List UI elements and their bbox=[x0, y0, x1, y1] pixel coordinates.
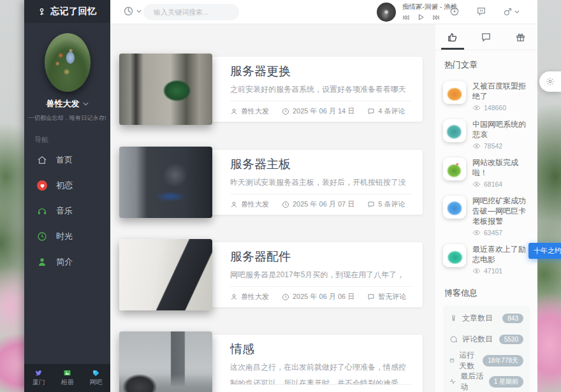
footer-item-xiamen[interactable]: 厦门 bbox=[24, 364, 53, 392]
sidebar-item-first-love[interactable]: 初恋 bbox=[24, 173, 110, 198]
hot-article[interactable]: 网站改版完成啦！ 68164 bbox=[435, 154, 537, 192]
post-card: 服务器主板 昨天测试安装服务器主板，装好后，开机按钮按了没反应，测试电源线和排插… bbox=[119, 147, 423, 218]
count-badge: 18年778天 bbox=[483, 355, 523, 367]
info-row-activity: 最后活动 1 星期前 bbox=[449, 371, 523, 392]
post-thumbnail[interactable] bbox=[119, 239, 212, 310]
user-icon bbox=[230, 293, 238, 301]
count-badge: 1 星期前 bbox=[489, 376, 523, 388]
info-row-days: 运行天数 18年778天 bbox=[449, 350, 523, 371]
post-card: 服务器更换 之前安装好的服务器系统，设置好各项准备看看哪天半夜人少的时候，再替换… bbox=[119, 54, 423, 125]
settings-fab[interactable] bbox=[539, 71, 561, 92]
tab-gifts[interactable] bbox=[504, 24, 537, 50]
music-player: 痴情冢-洞箫 - 渔樵 bbox=[377, 3, 457, 22]
blog-info-title: 博客信息 bbox=[444, 287, 528, 299]
post-excerpt: 这次南昌之行，在出发前就做好了心理准备，情感控制的也还可以，所以在离开时，并不会… bbox=[230, 359, 411, 384]
left-sidebar: 忘记了回忆 兽性大发 一切都会忘却，唯有日记永存! 导航 首页 初恋 音乐 bbox=[24, 0, 110, 392]
previous-track-button[interactable] bbox=[402, 14, 409, 20]
post-thumbnail[interactable] bbox=[119, 147, 212, 218]
pie-clock-icon bbox=[123, 6, 134, 17]
post-title[interactable]: 情感 bbox=[230, 341, 411, 358]
gender-menu[interactable] bbox=[503, 7, 520, 17]
activity-icon bbox=[449, 377, 456, 386]
chat-icon[interactable] bbox=[476, 6, 486, 17]
main-content: 服务器更换 之前安装好的服务器系统，设置好各项准备看看哪天半夜人少的时候，再替换… bbox=[110, 24, 537, 392]
post-date: 2025 年 06 月 07 日 bbox=[282, 200, 354, 209]
hot-articles-list: 又被百度联盟拒绝了 148660 中国网吧系统的悲哀 78542 bbox=[435, 77, 537, 279]
sidebar-item-about[interactable]: 简介 bbox=[24, 249, 110, 275]
post-title[interactable]: 服务器配件 bbox=[230, 249, 411, 265]
sidebar-item-time[interactable]: 时光 bbox=[24, 224, 110, 249]
hot-articles-title: 热门文章 bbox=[444, 59, 528, 71]
article-avatar-whale bbox=[443, 119, 466, 142]
hot-article[interactable]: 又被百度联盟拒绝了 148660 bbox=[435, 77, 537, 115]
article-avatar-dino-blue bbox=[443, 196, 466, 219]
comment-icon bbox=[481, 32, 492, 43]
count-badge: 5530 bbox=[499, 335, 523, 344]
thumb-up-icon bbox=[447, 32, 458, 43]
profile-tagline: 一切都会忘却，唯有日记永存! bbox=[27, 114, 106, 122]
post-card: 情感 这次南昌之行，在出发前就做好了心理准备，情感控制的也还可以，所以在离开时，… bbox=[119, 331, 423, 392]
view-count: 63457 bbox=[472, 229, 530, 236]
comment-icon bbox=[449, 335, 458, 344]
info-row-comments: 评论数目 5530 bbox=[449, 329, 523, 350]
post-comments[interactable]: 暂无评论 bbox=[367, 292, 406, 301]
post-meta: 兽性大发 2025 年 06 月 14 日 4 条评论 bbox=[230, 101, 411, 122]
post-comments[interactable]: 4 条评论 bbox=[367, 106, 405, 116]
sidebar-footer: 厦门 相册 网吧 bbox=[24, 364, 110, 392]
article-avatar-tiger bbox=[443, 81, 466, 104]
hot-article[interactable]: 网吧挖矿案成功告破—网吧巨卡老板报警 63457 bbox=[435, 192, 537, 240]
post-comments[interactable]: 5 条评论 bbox=[367, 200, 405, 209]
gift-icon bbox=[515, 32, 526, 43]
eye-icon bbox=[472, 268, 481, 274]
footer-item-netcafe[interactable]: 网吧 bbox=[82, 364, 110, 392]
count-badge: 843 bbox=[502, 314, 523, 323]
tab-likes[interactable] bbox=[435, 24, 469, 50]
sidebar-item-music[interactable]: 音乐 bbox=[24, 198, 110, 224]
post-author: 兽性大发 bbox=[230, 106, 269, 116]
brand[interactable]: 忘记了回忆 bbox=[24, 0, 110, 23]
headphones-icon bbox=[37, 206, 47, 216]
avatar[interactable] bbox=[45, 33, 91, 92]
heart-icon bbox=[37, 180, 47, 191]
home-icon bbox=[37, 155, 47, 165]
widget-tabs bbox=[435, 24, 537, 50]
post-thumbnail[interactable] bbox=[119, 331, 212, 392]
post-author: 兽性大发 bbox=[230, 200, 269, 209]
clock-icon bbox=[37, 231, 47, 242]
hot-article[interactable]: 最近喜欢上了励志电影 47101 bbox=[435, 240, 537, 279]
post-title[interactable]: 服务器更换 bbox=[230, 63, 411, 80]
record-disc-icon[interactable] bbox=[449, 6, 460, 17]
eye-icon bbox=[472, 105, 481, 111]
view-count: 78542 bbox=[472, 142, 530, 150]
view-count: 47101 bbox=[472, 267, 530, 275]
play-button[interactable] bbox=[418, 14, 424, 20]
chevron-down-icon bbox=[83, 102, 89, 106]
article-avatar-dino-teal bbox=[443, 244, 466, 267]
post-title[interactable]: 服务器主板 bbox=[230, 156, 411, 173]
info-row-articles: 文章数目 843 bbox=[449, 308, 523, 329]
profile-name[interactable]: 兽性大发 bbox=[24, 98, 110, 110]
brand-title: 忘记了回忆 bbox=[50, 6, 97, 17]
clock-icon bbox=[282, 293, 289, 301]
post-list: 服务器更换 之前安装好的服务器系统，设置好各项准备看看哪天半夜人少的时候，再替换… bbox=[119, 24, 423, 392]
person-icon bbox=[37, 257, 47, 267]
article-avatar-turtle bbox=[443, 157, 466, 180]
next-track-button[interactable] bbox=[433, 14, 440, 20]
search-input[interactable] bbox=[152, 8, 245, 17]
tab-comments[interactable] bbox=[469, 24, 503, 50]
chevron-down-icon bbox=[136, 10, 142, 13]
ten-year-pact-button[interactable]: 十年之约 bbox=[528, 243, 561, 259]
sidebar-item-home[interactable]: 首页 bbox=[24, 147, 110, 173]
mars-icon bbox=[503, 7, 513, 17]
nav-section-label: 导航 bbox=[34, 135, 110, 145]
search-box bbox=[143, 4, 239, 20]
post-thumbnail[interactable] bbox=[119, 54, 212, 125]
view-count: 148660 bbox=[472, 104, 530, 112]
hot-article[interactable]: 中国网吧系统的悲哀 78542 bbox=[435, 115, 537, 154]
eye-icon bbox=[472, 143, 481, 149]
time-filter-dropdown[interactable] bbox=[123, 6, 142, 17]
tag-icon bbox=[92, 369, 100, 377]
calendar-icon bbox=[449, 356, 455, 365]
album-art[interactable] bbox=[377, 3, 396, 22]
footer-item-album[interactable]: 相册 bbox=[53, 364, 82, 392]
